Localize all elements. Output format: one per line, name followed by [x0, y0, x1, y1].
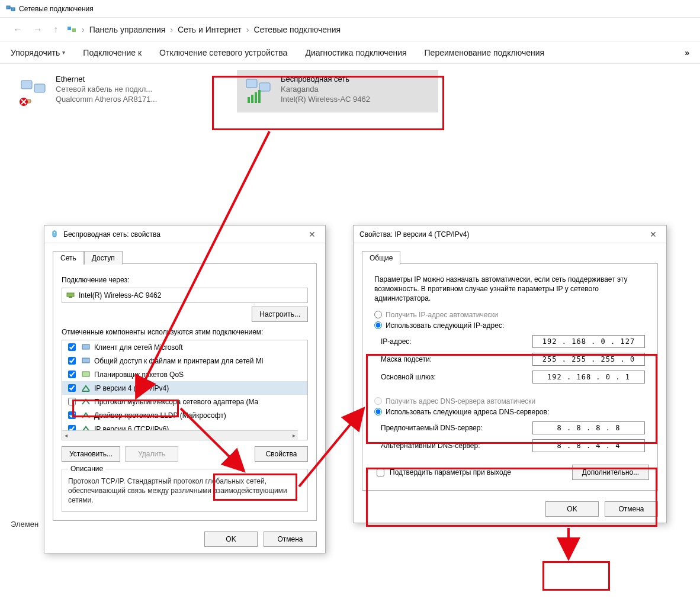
- window-title: Сетевые подключения: [19, 5, 94, 13]
- description-legend: Описание: [68, 465, 105, 473]
- svg-rect-1: [11, 8, 15, 11]
- remove-button: Удалить: [125, 446, 178, 462]
- horizontal-scrollbar[interactable]: ◂▸: [62, 430, 298, 440]
- components-list[interactable]: Клиент для сетей Microsoft Общий доступ …: [62, 340, 308, 440]
- scroll-left-icon[interactable]: ◂: [62, 432, 70, 439]
- ok-button[interactable]: OK: [545, 501, 599, 517]
- chevron-down-icon: ▾: [62, 49, 65, 56]
- list-item: Клиент для сетей Microsoft: [62, 340, 307, 354]
- diagnose-button[interactable]: Диагностика подключения: [305, 48, 406, 57]
- disable-device-button[interactable]: Отключение сетевого устройства: [159, 48, 287, 57]
- toolbar: Упорядочить ▾ Подключение к Отключение с…: [0, 41, 700, 64]
- ok-button[interactable]: OK: [204, 532, 258, 547]
- component-checkbox[interactable]: [68, 411, 76, 419]
- organize-menu[interactable]: Упорядочить ▾: [11, 48, 65, 57]
- adapter-icon: [50, 230, 60, 239]
- list-item-ipv4: IP версии 4 (TCP/IPv4): [62, 381, 307, 395]
- nic-icon: [66, 291, 75, 300]
- svg-rect-0: [7, 6, 10, 9]
- gateway-label: Основной шлюз:: [381, 373, 532, 381]
- confirm-on-exit-input[interactable]: [377, 469, 384, 476]
- advanced-button[interactable]: Дополнительно...: [572, 465, 649, 480]
- subnet-mask-field[interactable]: 255 . 255 . 255 . 0: [532, 353, 645, 366]
- overflow-button[interactable]: »: [685, 48, 689, 57]
- connect-via-label: Подключение через:: [62, 276, 308, 284]
- tab-general[interactable]: Общие: [362, 251, 400, 265]
- svg-rect-18: [82, 344, 89, 349]
- organize-label: Упорядочить: [11, 48, 60, 57]
- annotation-box: [542, 561, 610, 591]
- rename-button[interactable]: Переименование подключения: [425, 48, 545, 57]
- dialog-title-bar[interactable]: Беспроводная сеть: свойства ✕: [44, 226, 325, 243]
- qos-icon: [81, 370, 91, 379]
- tab-access[interactable]: Доступ: [84, 251, 123, 265]
- svg-rect-17: [69, 297, 72, 298]
- radio-manual-ip-input[interactable]: [374, 321, 382, 329]
- dialog-title: Свойства: IP версии 4 (TCP/IPv4): [359, 230, 470, 239]
- component-checkbox[interactable]: [68, 398, 76, 405]
- svg-rect-2: [68, 27, 71, 30]
- svg-rect-19: [82, 358, 89, 363]
- breadcrumb-item[interactable]: Панель управления: [89, 25, 166, 34]
- connection-item-ethernet[interactable]: Ethernet Сетевой кабель не подкл... Qual…: [12, 70, 213, 112]
- up-button[interactable]: ↑: [51, 22, 60, 37]
- cancel-button[interactable]: Отмена: [264, 532, 317, 547]
- dialog-title-bar[interactable]: Свойства: IP версии 4 (TCP/IPv4) ✕: [354, 226, 666, 243]
- close-button[interactable]: ✕: [305, 228, 319, 240]
- close-button[interactable]: ✕: [646, 228, 660, 240]
- svg-rect-13: [258, 90, 261, 103]
- scroll-right-icon[interactable]: ▸: [290, 432, 298, 439]
- dialog-tabs: Общие: [362, 250, 658, 264]
- separator-icon: ›: [246, 25, 249, 34]
- connections-list: Ethernet Сетевой кабель не подкл... Qual…: [0, 64, 700, 118]
- adapter-name: Intel(R) Wireless-AC 9462: [79, 291, 161, 299]
- svg-rect-3: [72, 28, 76, 32]
- ethernet-icon: [17, 75, 50, 108]
- radio-manual-dns-input[interactable]: [374, 408, 382, 415]
- connect-to-button[interactable]: Подключение к: [83, 48, 142, 57]
- tab-network[interactable]: Сеть: [53, 251, 84, 265]
- svg-rect-4: [21, 80, 32, 89]
- connection-item-wifi[interactable]: Беспроводная сеть Karaganda Intel(R) Wir…: [237, 70, 438, 112]
- breadcrumb[interactable]: › Панель управления › Сеть и Интернет › …: [66, 24, 341, 35]
- configure-button[interactable]: Настроить...: [252, 307, 308, 322]
- control-panel-icon: [66, 24, 77, 35]
- svg-rect-20: [82, 372, 89, 376]
- radio-auto-ip-input[interactable]: [374, 311, 382, 318]
- back-button[interactable]: ←: [11, 22, 25, 37]
- confirm-on-exit-checkbox[interactable]: Подтвердить параметры при выходе: [371, 463, 515, 482]
- install-button[interactable]: Установить...: [62, 446, 120, 462]
- dns2-label: Альтернативный DNS-сервер:: [381, 442, 532, 450]
- description-text: Протокол TCP/IP. Стандартный протокол гл…: [68, 476, 301, 505]
- connection-name: Беспроводная сеть: [281, 75, 370, 83]
- breadcrumb-item[interactable]: Сеть и Интернет: [178, 25, 242, 34]
- radio-label: Получить адрес DNS-сервера автоматически: [386, 397, 535, 405]
- connection-device: Intel(R) Wireless-AC 9462: [281, 95, 370, 104]
- cancel-button[interactable]: Отмена: [605, 501, 658, 517]
- component-checkbox[interactable]: [68, 343, 76, 351]
- radio-auto-ip[interactable]: Получить IP-адрес автоматически: [371, 310, 649, 320]
- dns1-field[interactable]: 8 . 8 . 8 . 8: [532, 421, 645, 434]
- ip-address-field[interactable]: 192 . 168 . 0 . 127: [532, 335, 645, 348]
- forward-button[interactable]: →: [31, 22, 45, 37]
- adapter-field: Intel(R) Wireless-AC 9462: [62, 288, 308, 303]
- gateway-field[interactable]: 192 . 168 . 0 . 1: [532, 371, 645, 384]
- radio-manual-ip[interactable]: Использовать следующий IP-адрес:: [371, 320, 649, 331]
- dns2-field[interactable]: 8 . 8 . 4 . 4: [532, 439, 645, 452]
- breadcrumb-item[interactable]: Сетевые подключения: [253, 25, 341, 34]
- list-item: Протокол мультиплексора сетевого адаптер…: [62, 395, 307, 408]
- properties-button[interactable]: Свойства: [255, 446, 308, 462]
- radio-manual-dns[interactable]: Использовать следующие адреса DNS-сервер…: [371, 407, 649, 417]
- ip-address-label: IP-адрес:: [381, 337, 532, 346]
- status-bar: Элемен: [11, 520, 38, 529]
- component-checkbox[interactable]: [68, 371, 76, 378]
- svg-rect-9: [259, 83, 270, 91]
- adapter-properties-dialog: Беспроводная сеть: свойства ✕ Сеть Досту…: [44, 225, 326, 553]
- component-checkbox[interactable]: [68, 357, 76, 365]
- dialog-tabs: Сеть Доступ: [53, 250, 317, 264]
- wifi-icon: [242, 75, 275, 108]
- component-checkbox[interactable]: [68, 384, 76, 392]
- radio-label: Использовать следующие адреса DNS-сервер…: [386, 408, 549, 416]
- lldp-icon: [81, 411, 91, 420]
- separator-icon: ›: [170, 25, 173, 34]
